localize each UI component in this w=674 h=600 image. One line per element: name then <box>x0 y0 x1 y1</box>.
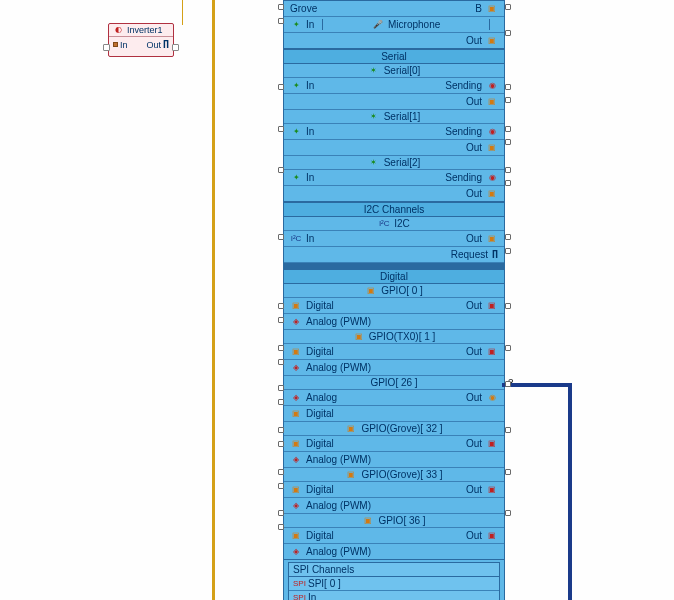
wire-orange-short <box>182 0 183 25</box>
inverter-titlebar: ◐ Inverter1 <box>109 24 173 37</box>
wire-orange-main <box>212 0 215 600</box>
inverter-connector-out[interactable] <box>172 44 179 51</box>
gpio1-name: GPIO(TX0)[ 1 ] <box>369 331 436 342</box>
node-inverter[interactable]: ◐ Inverter1 In OutΠ <box>108 23 174 57</box>
connector-gpio26-out[interactable] <box>505 381 511 387</box>
gpio0-out: Out <box>466 300 482 311</box>
inverter-icon: ◐ <box>112 25 124 35</box>
wire-blue-horizontal <box>502 383 568 387</box>
spi-title: SPI Channels <box>289 563 499 577</box>
section-digital: Digital ▣GPIO[ 0 ] ▣Digital Out▣ ◈Analog… <box>284 269 504 560</box>
out-icon: ▣ <box>486 4 498 14</box>
gpio-icon: ▣ <box>345 470 357 480</box>
gpio32-out: Out <box>466 438 482 449</box>
out-icon: ▣ <box>486 439 498 449</box>
analog-icon: ◈ <box>290 455 302 465</box>
gpio26-digital: Digital <box>306 408 334 419</box>
connector[interactable] <box>505 248 511 254</box>
microphone-label: Microphone <box>388 19 440 30</box>
connector[interactable] <box>278 385 284 391</box>
connector[interactable] <box>278 483 284 489</box>
connector[interactable] <box>278 469 284 475</box>
pin-icon <box>113 42 118 47</box>
connector[interactable] <box>278 303 284 309</box>
connector[interactable] <box>505 139 511 145</box>
connector[interactable] <box>278 167 284 173</box>
connector[interactable] <box>505 234 511 240</box>
connector[interactable] <box>505 469 511 475</box>
grove-in-label: In <box>306 19 314 30</box>
gpio1-analog: Analog (PWM) <box>306 362 371 373</box>
connector[interactable] <box>505 97 511 103</box>
connector[interactable] <box>278 317 284 323</box>
section-serial: Serial ✶Serial[0] ✦In Sending◉ Out▣ ✶Ser… <box>284 49 504 202</box>
connector[interactable] <box>278 524 284 530</box>
serial1-name: Serial[1] <box>384 111 421 122</box>
serial-title: Serial <box>284 49 504 64</box>
separator <box>284 263 504 268</box>
connector[interactable] <box>505 4 511 10</box>
out-icon: ▣ <box>486 301 498 311</box>
serial0-in: In <box>306 80 314 91</box>
i2c-in: In <box>306 233 314 244</box>
digital-icon: ▣ <box>290 439 302 449</box>
out-icon: ▣ <box>486 347 498 357</box>
connector[interactable] <box>505 510 511 516</box>
i2c-out: Out <box>466 233 482 244</box>
out-icon: ▣ <box>486 189 498 199</box>
i2c-request: Request <box>451 249 488 260</box>
connector[interactable] <box>505 30 511 36</box>
wire-blue-vertical <box>568 383 572 600</box>
connector[interactable] <box>278 427 284 433</box>
connector[interactable] <box>278 441 284 447</box>
grove-out-label: Out <box>466 35 482 46</box>
connector[interactable] <box>505 303 511 309</box>
gpio-icon: ▣ <box>365 286 377 296</box>
connector[interactable] <box>505 427 511 433</box>
analog-icon: ◈ <box>290 363 302 373</box>
out-icon: ▣ <box>486 234 498 244</box>
gpio36-name: GPIO[ 36 ] <box>378 515 425 526</box>
inverter-connector-in[interactable] <box>103 44 110 51</box>
connector[interactable] <box>505 167 511 173</box>
serial2-in: In <box>306 172 314 183</box>
i2c-name: I2C <box>394 218 410 229</box>
grove-title: Grove <box>290 3 317 14</box>
microphone-icon: 🎤 <box>372 20 384 30</box>
connector[interactable] <box>278 234 284 240</box>
connector[interactable] <box>278 399 284 405</box>
i2c-icon: I²C <box>378 219 390 229</box>
connector[interactable] <box>278 359 284 365</box>
connector[interactable] <box>278 510 284 516</box>
connector[interactable] <box>278 126 284 132</box>
connector[interactable] <box>278 18 284 24</box>
connector[interactable] <box>278 4 284 10</box>
out-icon: ▣ <box>486 36 498 46</box>
in-icon: ✦ <box>290 81 302 91</box>
pulse-icon: Π <box>492 249 498 260</box>
i2c-in-icon: I²C <box>290 234 302 244</box>
connector[interactable] <box>505 180 511 186</box>
pulse-icon: Π <box>163 39 169 50</box>
section-i2c: I2C Channels I²CI2C I²CIn Out▣ RequestΠ <box>284 202 504 269</box>
connector[interactable] <box>505 345 511 351</box>
connector[interactable] <box>505 84 511 90</box>
in-icon: ✦ <box>290 173 302 183</box>
gpio33-analog: Analog (PWM) <box>306 500 371 511</box>
spi0-name: SPI[ 0 ] <box>308 578 341 589</box>
connector[interactable] <box>278 345 284 351</box>
digital-icon: ▣ <box>290 301 302 311</box>
gpio-icon: ▣ <box>353 332 365 342</box>
connector[interactable] <box>505 126 511 132</box>
serial-icon: ✶ <box>368 158 380 168</box>
in-icon: ✦ <box>290 20 302 30</box>
serial0-out: Out <box>466 96 482 107</box>
gpio32-name: GPIO(Grove)[ 32 ] <box>361 423 442 434</box>
spi-in: In <box>308 592 316 600</box>
serial2-sending: Sending <box>445 172 482 183</box>
gpio36-out: Out <box>466 530 482 541</box>
device-panel[interactable]: Grove B▣ ✦In 🎤 Microphone Out▣ Serial ✶S… <box>283 0 505 600</box>
serial-icon: ✶ <box>368 66 380 76</box>
connector[interactable] <box>278 84 284 90</box>
gpio26-analog: Analog <box>306 392 337 403</box>
